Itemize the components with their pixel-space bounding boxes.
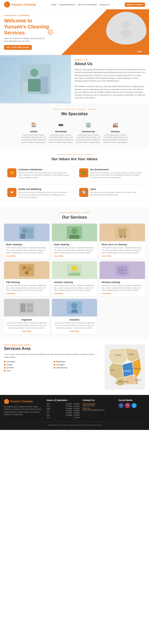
basic-cleaning-learn-more[interactable]: Learn More xyxy=(6,255,47,257)
specialize-title: We Specialize xyxy=(4,112,145,116)
divider-line-right xyxy=(88,109,96,109)
area-irmo: Irmo xyxy=(4,370,51,372)
about-paragraph-1: Welcome your family and friends into a f… xyxy=(75,68,146,82)
donation-desc: Lorem ipsum dolor sit amet, consectetur … xyxy=(54,322,95,329)
footer-hours-fri: Fri 6:00AM - 6:00PM xyxy=(47,412,80,414)
divider-line-right xyxy=(82,213,90,213)
svg-text:Lexington: Lexington xyxy=(133,368,140,370)
area-chapin-label: chapin xyxy=(7,364,13,366)
about-title: About Us xyxy=(75,62,146,66)
deep-cleaning-desc: Lorem ipsum dolor sit amet, consectetur … xyxy=(54,247,95,254)
organizer-image xyxy=(4,299,49,316)
ballantyne-bullet xyxy=(54,361,55,363)
svg-rect-30 xyxy=(20,303,25,312)
move-cleaning-title: Move out or In cleaning xyxy=(102,243,143,246)
organizer-desc: Lorem ipsum dolor sit amet, consectetur … xyxy=(6,322,47,329)
footer-day-fri: Fri xyxy=(47,412,49,414)
service-move-cleaning: Move out or In cleaning Lorem ipsum dolo… xyxy=(100,224,145,259)
summer-cleaning-body: Summer cleaning Lorem ipsum dolor sit am… xyxy=(52,279,97,296)
chapin-bullet xyxy=(4,364,6,366)
area-lexington-label: Lexington xyxy=(56,364,65,366)
svg-text:Columbia: Columbia xyxy=(123,370,131,372)
summer-cleaning-image xyxy=(52,261,97,279)
twitter-icon[interactable]: t xyxy=(132,403,137,408)
svg-rect-15 xyxy=(118,229,126,236)
footer-copyright: Copyrights by © Yunuen's Cleaning Servic… xyxy=(48,424,101,426)
nav-services[interactable]: Cleaning Services xyxy=(59,4,75,6)
value-value: 💎 Value We strive to provide the greates… xyxy=(76,185,145,202)
values-section: OUR VALUES Our Values Are Your Values 🤝 … xyxy=(0,149,149,207)
footer-description: We adapt to your schedule and your needs… xyxy=(4,406,44,416)
spec-residential-desc: Lorem ipsum dolor sit amet, consectetur … xyxy=(48,134,74,144)
about-tag: ABOUT US xyxy=(75,59,146,61)
basic-cleaning-desc: Lorem ipsum dolor sit amet, consectetur … xyxy=(6,247,47,254)
navbar: 🧹 Yunuen's Cleaning Home Cleaning Servic… xyxy=(0,0,149,9)
service-deep-cleaning: Deep cleaning Lorem ipsum dolor sit amet… xyxy=(52,224,97,259)
deep-cleaning-image xyxy=(52,224,97,241)
svg-rect-13 xyxy=(69,235,79,239)
hero-play-button[interactable]: ▶ xyxy=(48,30,53,35)
value-environment: 🌿 Our Environment We strive to be a lead… xyxy=(76,165,145,182)
nav-contact[interactable]: Contact Us xyxy=(99,4,109,6)
svg-point-17 xyxy=(124,236,126,238)
value-health-text: Health and Wellbeing We strive to provid… xyxy=(18,188,70,198)
fall-cleaning-desc: Lorem ipsum dolor sit amet, consectetur … xyxy=(6,284,47,292)
footer-hours-tue: Tue 6:00AM - 6:00PM xyxy=(47,405,80,407)
nav-links: Home Cleaning Services Get Your Free Quo… xyxy=(51,4,109,6)
hero-dot-3[interactable] xyxy=(140,51,141,52)
spec-residential-label: Resedintal xyxy=(48,130,74,133)
divider-line-left xyxy=(53,109,61,109)
about-img-placeholder xyxy=(0,56,71,102)
area-pomaria: pomaria xyxy=(4,367,51,369)
hero-dot-1[interactable] xyxy=(135,51,137,52)
area-text: OUR SERVICES AREA Services Area Lorem ip… xyxy=(4,344,101,390)
deep-cleaning-title: Deep cleaning xyxy=(54,243,95,246)
area-columbia-label: Columbia xyxy=(7,360,15,363)
hero-title: Welcome to Yunuen's Cleaning Services xyxy=(4,18,145,36)
svg-point-21 xyxy=(25,271,28,274)
nav-quote[interactable]: Get Your Free Quote! xyxy=(78,4,97,6)
window-washing-learn-more[interactable]: Learn More xyxy=(102,293,143,294)
value-icon: 💎 xyxy=(79,188,88,197)
summer-cleaning-learn-more[interactable]: Learn More xyxy=(54,293,95,294)
window-washing-title: Window washing xyxy=(102,281,143,284)
donation-learn-more[interactable]: Learn More xyxy=(54,330,95,332)
basic-cleaning-image xyxy=(4,224,49,241)
footer-day-wed: Wed xyxy=(47,408,50,409)
area-list: Columbia Ballantyne chapin Lexington pom… xyxy=(4,360,101,372)
footer-day-sun: Sun xyxy=(47,417,50,418)
value-health: ❤ Health and Wellbeing We strive to prov… xyxy=(4,185,73,202)
footer-bottom: Copyrights by © Yunuen's Cleaning Servic… xyxy=(4,422,145,426)
facebook-icon[interactable]: f xyxy=(118,403,124,408)
nav-home[interactable]: Home xyxy=(51,4,56,6)
services-grid: Basic cleaning Lorem ipsum dolor sit ame… xyxy=(4,224,145,296)
service-organizer: Organizer Lorem ipsum dolor sit amet, co… xyxy=(4,299,49,334)
footer-time-thu: 6:00AM - 6:00PM xyxy=(66,410,79,412)
residential-icon: 🏘 xyxy=(56,120,66,129)
commercial-icon: 🏢 xyxy=(84,120,93,129)
spec-commercial-label: Commercial xyxy=(76,130,101,133)
move-cleaning-learn-more[interactable]: Learn More xyxy=(102,255,143,257)
window-washing-image xyxy=(100,261,145,279)
footer-phone-label: Phone Number: xyxy=(83,403,96,405)
hero-description: where the customer is always our top pri… xyxy=(4,37,49,43)
area-tag: OUR SERVICES AREA xyxy=(4,344,101,346)
area-ballantyne: Ballantyne xyxy=(54,360,101,363)
area-lake-murray: Lake Murray xyxy=(54,367,101,369)
hero-cta-button[interactable]: GET YOUR FREE QUOTE xyxy=(4,45,32,50)
hero-dot-2[interactable] xyxy=(138,51,139,52)
logo-icon: 🧹 xyxy=(4,2,10,8)
instagram-icon[interactable]: 📷 xyxy=(125,403,130,408)
footer-hours-wed: Wed 6:00AM - 6:00PM xyxy=(47,408,80,409)
svg-text:Chapin: Chapin xyxy=(129,353,134,355)
fall-cleaning-learn-more[interactable]: Learn More xyxy=(6,293,47,294)
organizer-learn-more[interactable]: Learn More xyxy=(6,330,47,332)
svg-point-12 xyxy=(71,228,77,234)
footer-time-sun: Closed xyxy=(74,417,80,418)
nav-cta-button[interactable]: HIRE US TODAY! xyxy=(125,3,145,7)
area-lexington: Lexington xyxy=(54,364,101,366)
deep-cleaning-learn-more[interactable]: Learn More xyxy=(54,255,95,257)
footer-hours-sun: Sun Closed xyxy=(47,417,80,418)
value-cs-title: Customer Satisfaction xyxy=(18,168,70,171)
value-cs-text: Customer Satisfaction We strive to be th… xyxy=(18,168,70,179)
